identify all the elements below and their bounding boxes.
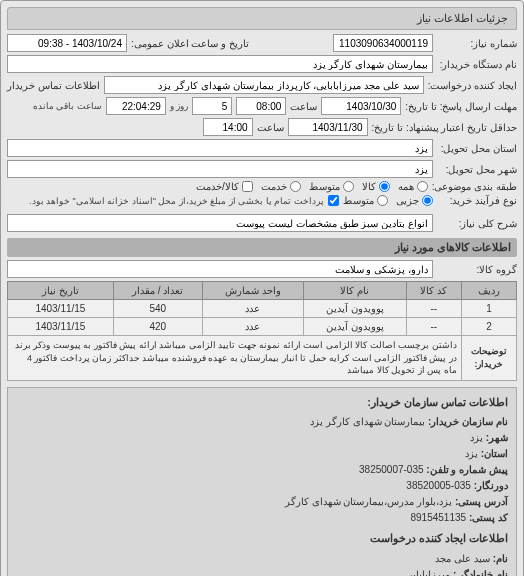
goods-table: ردیف کد کالا نام کالا واحد شمارش تعداد /… [7, 281, 517, 381]
min-deadline-time-label: ساعت [257, 122, 284, 133]
buyer-name-label: نام دستگاه خریدار: [437, 59, 517, 70]
budget-label: طبقه بندی موضوعی: [432, 181, 517, 192]
buyer-name-input[interactable] [7, 55, 433, 73]
remaining-day-label: روز و [170, 101, 189, 111]
deadline-date-input[interactable] [321, 97, 401, 115]
delivery-province-input[interactable] [7, 139, 433, 157]
th-row: ردیف [461, 282, 516, 300]
min-deadline-time-input[interactable] [203, 118, 253, 136]
radio-mid2[interactable]: متوسط [343, 195, 388, 206]
th-date: تاریخ نیاز [8, 282, 114, 300]
table-row: 2 -- پوویدون آیدین عدد 420 1403/11/15 [8, 318, 517, 336]
remaining-days-input[interactable] [192, 97, 232, 115]
contact-zip: کد پستی: 8915451135 [16, 510, 508, 526]
contact-province: استان: یزد [16, 446, 508, 462]
contact-info-label: اطلاعات تماس خریدار [7, 80, 100, 91]
radio-mid[interactable]: متوسط [309, 181, 354, 192]
creator-header: اطلاعات ایجاد کننده درخواست [16, 530, 508, 548]
table-row: 1 -- پوویدون آیدین عدد 540 1403/11/15 [8, 300, 517, 318]
contact-city: شهر: یزد [16, 430, 508, 446]
th-qty: تعداد / مقدار [113, 282, 202, 300]
delivery-city-input[interactable] [7, 160, 433, 178]
th-unit: واحد شمارش [202, 282, 303, 300]
requester-input[interactable] [104, 76, 424, 94]
creator-name: نام: سید علی مجد [16, 551, 508, 567]
deadline-time-label: ساعت [290, 101, 317, 112]
tab-title: جزئیات اطلاعات نیاز [417, 12, 508, 24]
th-code: کد کالا [406, 282, 461, 300]
contact-org: نام سازمان خریدار: بیمارستان شهدای کارگر… [16, 414, 508, 430]
purchase-note-check[interactable] [328, 195, 339, 206]
delivery-city-label: شهر محل تحویل: [437, 164, 517, 175]
contact-fax: دورنگار: 035-38520005 [16, 478, 508, 494]
deadline-label: مهلت ارسال پاسخ: تا تاریخ: [405, 101, 517, 112]
radio-service[interactable]: خدمت [261, 181, 301, 192]
min-deadline-label: حداقل تاریخ اعتبار پیشنهاد: تا تاریخ: [372, 122, 517, 133]
announce-label: تاریخ و ساعت اعلان عمومی: [131, 38, 249, 49]
remaining-after-label: ساعت باقی مانده [33, 101, 102, 111]
budget-radio-group: همه کالا متوسط خدمت کالا/خدمت [196, 181, 428, 192]
purchase-type-label: نوع فرآیند خرید: [437, 195, 517, 206]
request-no-label: شماره نیاز: [437, 38, 517, 49]
delivery-province-label: استان محل تحویل: [437, 143, 517, 154]
th-name: نام کالا [303, 282, 406, 300]
purchase-note: پرداخت تمام یا بخشی از مبلغ خرید،از محل … [29, 196, 324, 206]
radio-goods[interactable]: کالا [362, 181, 390, 192]
contact-block: اطلاعات تماس سازمان خریدار: نام سازمان خ… [7, 387, 517, 576]
contact-header: اطلاعات تماس سازمان خریدار: [16, 394, 508, 412]
goods-group-label: گروه کالا: [437, 264, 517, 275]
remaining-time-input[interactable] [106, 97, 166, 115]
min-deadline-date-input[interactable] [288, 118, 368, 136]
check-cash[interactable]: کالا/خدمت [196, 181, 253, 192]
goods-info-header: اطلاعات کالاهای مورد نیاز [7, 238, 517, 257]
requester-label: ایجاد کننده درخواست: [428, 80, 517, 91]
general-desc-input[interactable] [7, 214, 433, 232]
goods-group-input[interactable] [7, 260, 433, 278]
deadline-time-input[interactable] [236, 97, 286, 115]
purchase-radio-group: جزیی متوسط [343, 195, 433, 206]
creator-family: نام خانوادگی: میرزابابایی [16, 567, 508, 576]
tab-header: جزئیات اطلاعات نیاز [7, 7, 517, 30]
request-no-input[interactable] [333, 34, 433, 52]
announce-input[interactable] [7, 34, 127, 52]
radio-all[interactable]: همه [398, 181, 428, 192]
buyer-desc-row: توضیحات خریدار: داشتن برچسب اصالت کالا ا… [8, 336, 517, 381]
radio-cash[interactable]: جزیی [396, 195, 433, 206]
general-desc-label: شرح کلی نیاز: [437, 218, 517, 229]
contact-postal: آدرس پستی: یزد،بلوار مدرس،بیمارستان شهدا… [16, 494, 508, 510]
contact-phone: پیش شماره و تلفن: 035-38250007 [16, 462, 508, 478]
